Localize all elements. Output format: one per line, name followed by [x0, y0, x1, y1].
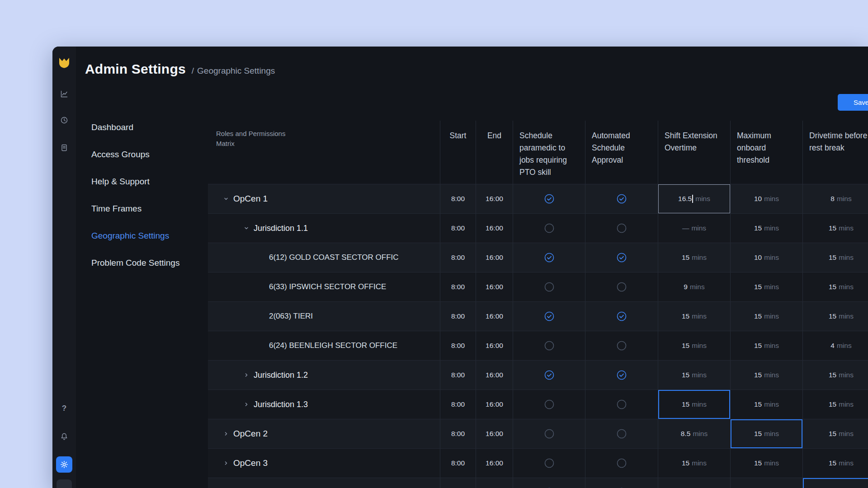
- nav-item-access-groups[interactable]: Access Groups: [91, 141, 204, 168]
- auto-approval-checkbox-cell[interactable]: [585, 272, 658, 301]
- end-time-cell[interactable]: 16:00: [476, 243, 513, 272]
- max-onboard-cell[interactable]: 15mins: [730, 361, 802, 389]
- end-time-cell[interactable]: 16:00: [476, 302, 513, 331]
- start-time-cell[interactable]: 8:00: [440, 302, 476, 331]
- start-time-cell[interactable]: 8:00: [440, 361, 476, 389]
- shift-extension-cell[interactable]: 15mins: [658, 243, 730, 272]
- shift-extension-cell[interactable]: 16.5mins: [658, 184, 730, 213]
- auto-approval-checkbox-cell[interactable]: [585, 184, 658, 213]
- start-time-cell[interactable]: 8:00: [440, 419, 476, 448]
- max-onboard-cell[interactable]: 15mins: [730, 302, 802, 331]
- auto-approval-checkbox-cell[interactable]: [585, 361, 658, 389]
- max-onboard-cell[interactable]: 15mins: [730, 214, 802, 243]
- end-time-cell[interactable]: 16:00: [476, 184, 513, 213]
- auto-approval-checkbox-cell[interactable]: [585, 331, 658, 360]
- settings-icon[interactable]: [56, 456, 72, 473]
- end-time-cell[interactable]: 16:00: [476, 272, 513, 301]
- nav-item-dashboard[interactable]: Dashboard: [91, 114, 204, 141]
- auto-approval-checkbox-cell[interactable]: [585, 302, 658, 331]
- shift-extension-cell[interactable]: 15mins: [658, 361, 730, 389]
- pto-skill-checkbox-cell[interactable]: [513, 390, 585, 419]
- shift-extension-cell[interactable]: —mins: [658, 214, 730, 243]
- end-time-cell[interactable]: 16:00: [476, 361, 513, 389]
- chevron-right-icon[interactable]: [244, 402, 249, 407]
- start-time-cell[interactable]: 8:00: [440, 331, 476, 360]
- drivetime-cell[interactable]: 15mins: [802, 361, 868, 389]
- nav-item-geographic-settings[interactable]: Geographic Settings: [91, 222, 204, 249]
- row-label: OpCen 3: [233, 458, 268, 468]
- nav-item-time-frames[interactable]: Time Frames: [91, 195, 204, 222]
- pto-skill-checkbox-cell[interactable]: [513, 214, 585, 243]
- shift-extension-cell[interactable]: 15mins: [658, 449, 730, 478]
- max-onboard-cell[interactable]: 15mins: [730, 272, 802, 301]
- auto-approval-checkbox-cell[interactable]: [585, 449, 658, 478]
- profile-avatar[interactable]: [57, 479, 72, 488]
- pto-skill-checkbox-cell[interactable]: [513, 184, 585, 213]
- drivetime-cell[interactable]: 15mins: [802, 214, 868, 243]
- shift-extension-cell[interactable]: 15mins: [658, 302, 730, 331]
- start-time-cell[interactable]: 8:00: [440, 478, 476, 488]
- start-time-cell[interactable]: 8:00: [440, 243, 476, 272]
- chevron-right-icon[interactable]: [223, 460, 229, 466]
- drivetime-cell[interactable]: 4mins: [802, 331, 868, 360]
- help-icon[interactable]: ?: [56, 400, 72, 417]
- end-time-cell[interactable]: 16:00: [476, 478, 513, 488]
- drivetime-cell[interactable]: 15mins: [802, 419, 868, 448]
- save-button[interactable]: Save: [838, 94, 868, 111]
- drivetime-cell[interactable]: 15mins: [802, 449, 868, 478]
- max-onboard-cell[interactable]: 15mins: [730, 390, 802, 419]
- auto-approval-checkbox-cell[interactable]: [585, 478, 658, 488]
- notifications-icon[interactable]: [56, 428, 72, 445]
- pto-skill-checkbox-cell[interactable]: [513, 361, 585, 389]
- auto-approval-checkbox-cell[interactable]: [585, 243, 658, 272]
- pto-skill-checkbox-cell[interactable]: [513, 272, 585, 301]
- end-time-cell[interactable]: 16:00: [476, 214, 513, 243]
- shift-extension-cell[interactable]: 15mins: [658, 331, 730, 360]
- end-time-cell[interactable]: 16:00: [476, 331, 513, 360]
- pto-skill-checkbox-cell[interactable]: [513, 243, 585, 272]
- max-onboard-cell[interactable]: 10mins: [730, 184, 802, 213]
- drivetime-cell[interactable]: 15mins: [802, 302, 868, 331]
- auto-approval-checkbox-cell[interactable]: [585, 214, 658, 243]
- shift-extension-cell[interactable]: 9mins: [658, 272, 730, 301]
- start-time-cell[interactable]: 8:00: [440, 449, 476, 478]
- start-time-cell[interactable]: 8:00: [440, 390, 476, 419]
- drivetime-cell[interactable]: 15mins: [802, 390, 868, 419]
- drivetime-cell[interactable]: 15mins: [802, 478, 868, 488]
- document-icon[interactable]: [56, 140, 72, 156]
- pto-skill-checkbox-cell[interactable]: [513, 449, 585, 478]
- shift-extension-cell[interactable]: 15mins: [658, 390, 730, 419]
- nav-item-problem-code-settings[interactable]: Problem Code Settings: [91, 249, 204, 277]
- chevron-down-icon[interactable]: [223, 196, 229, 202]
- row-label: 6(12) GOLD COAST SECTOR OFFIC: [269, 253, 399, 262]
- chevron-down-icon[interactable]: [244, 225, 249, 231]
- chevron-right-icon[interactable]: [244, 372, 249, 378]
- pto-skill-checkbox-cell[interactable]: [513, 419, 585, 448]
- max-onboard-cell[interactable]: 15mins: [730, 478, 802, 488]
- pto-skill-checkbox-cell[interactable]: [513, 331, 585, 360]
- shift-extension-cell[interactable]: 15mins: [658, 478, 730, 488]
- end-time-cell[interactable]: 16:00: [476, 390, 513, 419]
- auto-approval-checkbox-cell[interactable]: [585, 419, 658, 448]
- shift-extension-cell[interactable]: 8.5mins: [658, 419, 730, 448]
- start-time-cell[interactable]: 8:00: [440, 184, 476, 213]
- start-time-cell[interactable]: 8:00: [440, 214, 476, 243]
- auto-approval-checkbox-cell[interactable]: [585, 390, 658, 419]
- start-time-cell[interactable]: 8:00: [440, 272, 476, 301]
- end-time-cell[interactable]: 16:00: [476, 449, 513, 478]
- clock-icon[interactable]: [56, 112, 72, 128]
- nav-item-help-support[interactable]: Help & Support: [91, 168, 204, 195]
- table-row: OpCen 28:0016:008.5mins15mins15mins: [208, 419, 868, 448]
- analytics-icon[interactable]: [56, 86, 72, 102]
- max-onboard-cell[interactable]: 10mins: [730, 243, 802, 272]
- drivetime-cell[interactable]: 8mins: [802, 184, 868, 213]
- chevron-right-icon[interactable]: [223, 431, 229, 436]
- max-onboard-cell[interactable]: 15mins: [730, 331, 802, 360]
- end-time-cell[interactable]: 16:00: [476, 419, 513, 448]
- pto-skill-checkbox-cell[interactable]: [513, 302, 585, 331]
- pto-skill-checkbox-cell[interactable]: [513, 478, 585, 488]
- max-onboard-cell[interactable]: 15mins: [730, 449, 802, 478]
- drivetime-cell[interactable]: 15mins: [802, 272, 868, 301]
- drivetime-cell[interactable]: 15mins: [802, 243, 868, 272]
- max-onboard-cell[interactable]: 15mins: [730, 419, 802, 448]
